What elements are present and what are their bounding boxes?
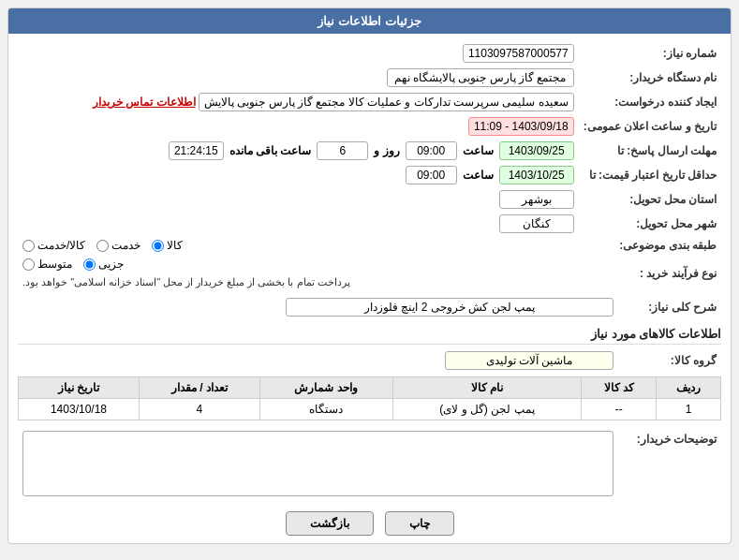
table-cell: 4 <box>139 399 259 420</box>
creator-contact-link[interactable]: اطلاعات تماس خریدار <box>93 96 196 109</box>
label-day: روز و <box>374 144 399 157</box>
value-request-number: 1103097587000577 <box>18 41 579 66</box>
buyer-box: مجتمع گاز پارس جنوبی پالایشگاه نهم <box>387 68 574 87</box>
button-row: چاپ بازگشت <box>18 511 721 536</box>
label-request-number: شماره نیاز: <box>579 41 721 66</box>
radio-service[interactable] <box>96 240 109 252</box>
radio-minor[interactable] <box>83 258 96 271</box>
date-box: 1403/09/18 - 11:09 <box>468 117 574 136</box>
col-name: نام کالا <box>392 377 582 399</box>
table-cell: -- <box>582 399 657 420</box>
row-buyer: نام دستگاه خریدار: مجتمع گاز پارس جنوبی … <box>18 66 721 90</box>
label-time: ساعت <box>463 144 494 157</box>
label-buyer: نام دستگاه خریدار: <box>579 66 721 90</box>
row-reply-deadline: مهلت ارسال پاسخ: تا 21:24:15 ساعت باقی م… <box>18 139 721 163</box>
table-cell: 1 <box>657 399 721 420</box>
label-date: تاریخ و ساعت اعلان عمومی: <box>579 114 721 139</box>
request-number-box: 1103097587000577 <box>463 44 574 63</box>
table-header: ردیف کد کالا نام کالا واحد شمارش تعداد /… <box>19 377 721 399</box>
notes-textarea[interactable] <box>22 431 613 496</box>
value-purchase-type: متوسط جزیی پرداخت تمام با بخشی از مبلغ خ… <box>18 255 579 291</box>
row-goods-group: گروه کالا: ماشین آلات تولیدی <box>18 348 721 373</box>
purchase-radio-group: متوسط جزیی <box>22 258 124 271</box>
label-reply-deadline: مهلت ارسال پاسخ: تا <box>579 139 721 163</box>
table-cell: دستگاه <box>259 399 392 420</box>
radio-goods-service[interactable] <box>22 240 35 252</box>
radio-item-medium[interactable]: متوسط <box>22 258 72 271</box>
value-notes <box>18 428 618 502</box>
card-header: جزئیات اطلاعات نیاز <box>8 8 731 34</box>
row-request-number: شماره نیاز: 1103097587000577 <box>18 41 721 66</box>
label-goods-group: گروه کالا: <box>618 348 721 373</box>
page-wrapper: جزئیات اطلاعات نیاز شماره نیاز: 11030975… <box>0 0 739 560</box>
label-purchase-type: نوع فرآیند خرید : <box>579 255 721 291</box>
row-price-deadline: حداقل تاریخ اعتبار قیمت: تا 09:00 ساعت 1… <box>18 163 721 187</box>
main-card: جزئیات اطلاعات نیاز شماره نیاز: 11030975… <box>7 7 732 544</box>
radio-medium[interactable] <box>22 258 35 271</box>
city-box: کنگان <box>499 214 574 233</box>
label-goods-service: کالا/خدمت <box>37 239 85 252</box>
page-title: جزئیات اطلاعات نیاز <box>318 14 421 28</box>
label-creator: ایجاد کننده درخواست: <box>579 90 721 114</box>
value-buyer: مجتمع گاز پارس جنوبی پالایشگاه نهم <box>18 66 579 90</box>
radio-item-goods-service[interactable]: کالا/خدمت <box>22 239 85 252</box>
value-price-deadline: 09:00 ساعت 1403/10/25 <box>18 163 579 187</box>
value-creator: سعیده سلیمی سرپرست تدارکات و عملیات کالا… <box>18 90 579 114</box>
table-header-row: ردیف کد کالا نام کالا واحد شمارش تعداد /… <box>19 377 721 399</box>
row-category: طبقه بندی موضوعی: کالا/خدمت خدمت <box>18 236 721 255</box>
goods-group-box: ماشین آلات تولیدی <box>445 351 613 370</box>
table-cell: پمپ لجن (گل و لای) <box>392 399 582 420</box>
goods-group-table: گروه کالا: ماشین آلات تولیدی <box>18 348 721 373</box>
category-radio-group: کالا/خدمت خدمت کالا <box>22 239 574 252</box>
value-description: پمپ لجن کش خروجی 2 اینچ فلوزدار <box>18 295 618 319</box>
description-table: شرح کلی نیاز: پمپ لجن کش خروجی 2 اینچ فل… <box>18 295 721 319</box>
label-remaining: ساعت باقی مانده <box>229 144 312 157</box>
row-description: شرح کلی نیاز: پمپ لجن کش خروجی 2 اینچ فل… <box>18 295 721 319</box>
radio-goods[interactable] <box>152 240 164 252</box>
price-date-box: 1403/10/25 <box>499 166 574 184</box>
value-goods-group: ماشین آلات تولیدی <box>18 348 618 373</box>
row-creator: ایجاد کننده درخواست: سعیده سلیمی سرپرست … <box>18 90 721 114</box>
goods-data-table: ردیف کد کالا نام کالا واحد شمارش تعداد /… <box>18 376 721 420</box>
value-reply-deadline: 21:24:15 ساعت باقی مانده 6 روز و 09:00 س… <box>18 139 579 163</box>
table-row: 1--پمپ لجن (گل و لای)دستگاه41403/10/18 <box>19 399 721 420</box>
reply-days-box: 6 <box>317 141 368 160</box>
radio-item-goods[interactable]: کالا <box>152 239 183 252</box>
reply-time-box: 09:00 <box>406 141 457 160</box>
label-description: شرح کلی نیاز: <box>618 295 721 319</box>
row-date: تاریخ و ساعت اعلان عمومی: 1403/09/18 - 1… <box>18 114 721 139</box>
goods-section-title: اطلاعات کالاهای مورد نیاز <box>18 327 721 345</box>
radio-item-minor[interactable]: جزیی <box>83 258 124 271</box>
col-unit: واحد شمارش <box>259 377 392 399</box>
label-price-deadline: حداقل تاریخ اعتبار قیمت: تا <box>579 163 721 187</box>
radio-item-service[interactable]: خدمت <box>96 239 140 252</box>
info-table: شماره نیاز: 1103097587000577 نام دستگاه … <box>18 41 721 291</box>
row-city: شهر محل تحویل: کنگان <box>18 212 721 236</box>
value-city: کنگان <box>18 212 579 236</box>
purchase-note: پرداخت تمام با بخشی از مبلغ خریدار از مح… <box>22 276 350 288</box>
value-province: بوشهر <box>18 187 579 212</box>
reply-date-box: 1403/09/25 <box>499 141 574 160</box>
row-province: استان محل تحویل: بوشهر <box>18 187 721 212</box>
back-button[interactable]: بازگشت <box>286 511 374 536</box>
notes-table: توضیحات خریدار: <box>18 428 721 502</box>
print-button[interactable]: چاپ <box>385 511 454 536</box>
table-body: 1--پمپ لجن (گل و لای)دستگاه41403/10/18 <box>19 399 721 420</box>
label-city: شهر محل تحویل: <box>579 212 721 236</box>
description-box: پمپ لجن کش خروجی 2 اینچ فلوزدار <box>286 298 613 317</box>
label-goods: کالا <box>167 239 183 252</box>
value-category: کالا/خدمت خدمت کالا <box>18 236 579 255</box>
province-box: بوشهر <box>499 190 574 209</box>
col-qty: تعداد / مقدار <box>139 377 259 399</box>
label-notes: توضیحات خریدار: <box>618 428 721 502</box>
price-time-box: 09:00 <box>406 166 457 184</box>
card-body: شماره نیاز: 1103097587000577 نام دستگاه … <box>8 34 731 543</box>
table-cell: 1403/10/18 <box>19 399 140 420</box>
label-category: طبقه بندی موضوعی: <box>579 236 721 255</box>
col-row-num: ردیف <box>657 377 721 399</box>
row-purchase-type: نوع فرآیند خرید : متوسط جزیی <box>18 255 721 291</box>
row-notes: توضیحات خریدار: <box>18 428 721 502</box>
label-price-time: ساعت <box>463 169 494 182</box>
label-service: خدمت <box>111 239 140 252</box>
label-minor: جزیی <box>98 258 124 271</box>
